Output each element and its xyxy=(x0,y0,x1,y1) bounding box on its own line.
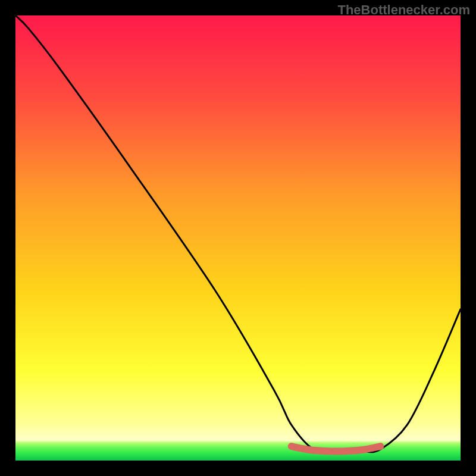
bottleneck-curve xyxy=(15,15,461,452)
attribution-text: TheBottlenecker.com xyxy=(337,2,470,18)
plot-area xyxy=(15,15,461,461)
sweet-spot-blob xyxy=(292,446,381,452)
chart-svg xyxy=(15,15,461,461)
